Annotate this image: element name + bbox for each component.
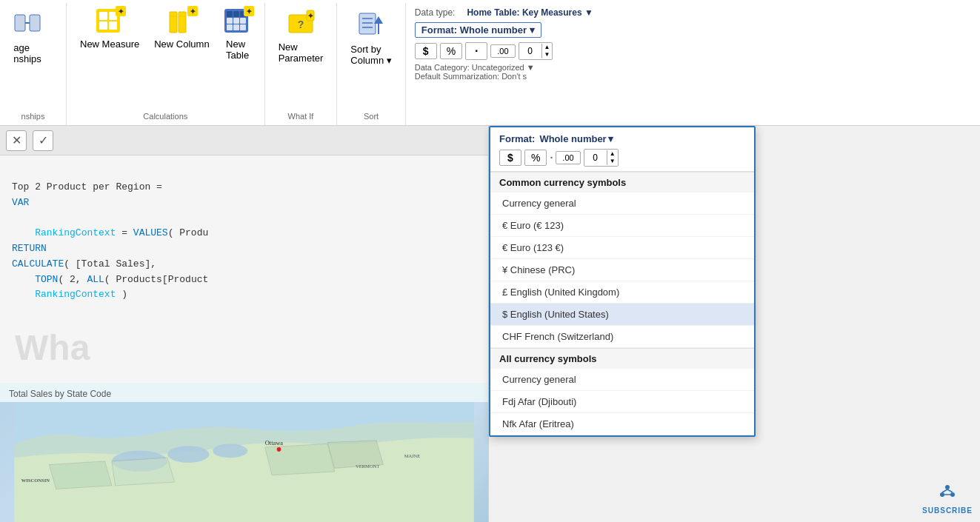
- subscribe-badge: SUBSCRIBE: [922, 483, 973, 515]
- all-general-label: Currency general: [502, 374, 576, 385]
- fdj-afar-item[interactable]: Fdj Afar (Djibouti): [490, 391, 754, 413]
- formula-paren1: ( Produ: [168, 227, 209, 238]
- whatif-section-label: What If: [265, 112, 337, 121]
- euro-prefix-label: € Euro (€ 123): [502, 220, 564, 231]
- new-parameter-button[interactable]: ? ✦ NewParameter: [271, 6, 331, 81]
- euro-suffix-item[interactable]: € Euro (123 €): [490, 237, 754, 259]
- formula-values: VALUES: [133, 227, 168, 238]
- home-table-dropdown[interactable]: Home Table: Key Measures ▼: [467, 7, 593, 18]
- map-area: Total Sales by State Code: [0, 383, 488, 522]
- sort-by-column-icon: [356, 9, 386, 41]
- new-column-icon: ✦: [168, 9, 195, 36]
- formula-rankingcontext2: RankingContext: [35, 289, 116, 300]
- svg-point-26: [945, 485, 950, 489]
- dollar-format-button[interactable]: $: [415, 43, 437, 59]
- svg-point-19: [167, 446, 209, 463]
- decimal-value-input[interactable]: 0: [519, 46, 541, 56]
- dropdown-decimal-input[interactable]: [584, 153, 607, 163]
- new-table-button[interactable]: ✦ NewTable: [217, 6, 259, 78]
- svg-text:Ottawa: Ottawa: [265, 439, 284, 446]
- uk-item[interactable]: £ English (United Kingdom): [490, 281, 754, 304]
- formula-editor[interactable]: Top 2 Product per Region = VAR RankingCo…: [0, 155, 488, 312]
- decimal-spinner[interactable]: 0 ▲ ▼: [519, 42, 553, 60]
- dropdown-spinner-down[interactable]: ▼: [607, 158, 618, 165]
- formula-space1: [12, 227, 35, 238]
- svg-text:MAINE: MAINE: [404, 453, 421, 458]
- percent-format-button[interactable]: %: [440, 43, 462, 59]
- swiss-item[interactable]: CHF French (Switzerland): [490, 326, 754, 348]
- dropdown-dollar-btn[interactable]: $: [499, 150, 521, 166]
- sort-section-label: Sort: [337, 112, 404, 121]
- nfk-afar-item[interactable]: Nfk Afar (Eritrea): [490, 413, 754, 435]
- confirm-formula-button[interactable]: ✓: [33, 130, 53, 151]
- dropdown-format-label: Format:: [499, 133, 535, 144]
- ribbon-section-relationships: agenships nships: [0, 3, 67, 125]
- spinner-up[interactable]: ▲: [542, 44, 553, 51]
- svg-point-21: [277, 447, 281, 452]
- dot-format-button[interactable]: ·: [465, 42, 487, 60]
- data-type-label: Data type:: [415, 7, 456, 18]
- relationships-icon: [13, 9, 41, 39]
- subscribe-text: SUBSCRIBE: [922, 506, 973, 515]
- new-parameter-icon: ? ✦: [286, 9, 316, 39]
- svg-rect-11: [359, 13, 376, 34]
- dropdown-spinner-controls[interactable]: ▲ ▼: [607, 150, 618, 165]
- default-summarization-label: Default Summarization: Don't s: [415, 72, 527, 81]
- spinner-down[interactable]: ▼: [542, 51, 553, 58]
- sort-by-column-button[interactable]: Sort byColumn ▾: [343, 6, 399, 84]
- nfk-afar-label: Nfk Afar (Eritrea): [502, 418, 574, 429]
- svg-rect-1: [30, 15, 40, 31]
- all-general-item[interactable]: Currency general: [490, 369, 754, 391]
- formula-title: Top 2 Product per Region =: [12, 181, 168, 193]
- formula-topnargs: ( 2,: [58, 274, 87, 285]
- dropdown-header: Format: Whole number ▾ $ % · .00 ▲ ▼: [490, 127, 754, 172]
- formula-closeparen: ): [116, 289, 127, 300]
- ribbon-section-calculations: ✦ New Measure ✦ New Column: [67, 3, 265, 125]
- new-measure-button[interactable]: ✦ New Measure: [73, 6, 147, 67]
- chinese-item[interactable]: ¥ Chinese (PRC): [490, 259, 754, 281]
- new-column-button[interactable]: ✦ New Column: [147, 6, 216, 67]
- fdj-afar-label: Fdj Afar (Djibouti): [502, 396, 576, 407]
- euro-suffix-label: € Euro (123 €): [502, 242, 564, 253]
- currency-general-item[interactable]: Currency general: [490, 193, 754, 215]
- formula-eq: =: [116, 227, 133, 238]
- map-title: Total Sales by State Code: [0, 383, 488, 402]
- svg-text:WISCONSIN: WISCONSIN: [21, 478, 50, 483]
- dropdown-format-selector[interactable]: Whole number ▾: [539, 133, 613, 144]
- svg-text:?: ?: [298, 19, 304, 30]
- common-section-header-text: Common currency symbols: [499, 177, 626, 188]
- ribbon-section-whatif: ? ✦ NewParameter What If: [265, 3, 338, 125]
- format-label-text: Format: Whole number: [421, 24, 527, 36]
- formula-all: ALL: [87, 274, 104, 285]
- uk-label: £ English (United Kingdom): [502, 287, 619, 298]
- formula-calculate: CALCULATE: [12, 258, 64, 270]
- dropdown-spinner-up[interactable]: ▲: [607, 150, 618, 158]
- new-measure-label: New Measure: [80, 39, 139, 50]
- cancel-formula-button[interactable]: ✕: [6, 130, 27, 151]
- formula-rankingcontext: RankingContext: [35, 227, 116, 238]
- dropdown-decimal-spinner[interactable]: ▲ ▼: [584, 149, 619, 167]
- svg-rect-3: [170, 12, 177, 33]
- dropdown-decimal-btn[interactable]: .00: [556, 151, 580, 164]
- new-measure-icon: ✦: [96, 9, 123, 36]
- all-currency-header: All currency symbols: [490, 348, 754, 369]
- sort-by-column-label: Sort byColumn ▾: [350, 44, 391, 66]
- large-text-area: Wha: [0, 312, 488, 383]
- large-text: Wha: [15, 328, 90, 367]
- us-item[interactable]: $ English (United States): [490, 304, 754, 326]
- map-visual: Ottawa WISCONSIN MAINE VERMONT: [0, 402, 488, 522]
- dropdown-format-row: Format: Whole number ▾: [499, 133, 745, 144]
- ribbon-section-sort: Sort byColumn ▾ Sort: [337, 3, 405, 125]
- relationships-section-label: nships: [0, 112, 66, 121]
- editor-panel: ✕ ✓ Top 2 Product per Region = VAR Ranki…: [0, 126, 489, 522]
- new-table-label: NewTable: [226, 39, 249, 61]
- spinner-controls[interactable]: ▲ ▼: [541, 44, 553, 58]
- editor-toolbar: ✕ ✓: [0, 126, 488, 155]
- dropdown-percent-btn[interactable]: %: [524, 150, 547, 166]
- euro-prefix-item[interactable]: € Euro (€ 123): [490, 215, 754, 237]
- decimal-format-button[interactable]: .00: [490, 44, 515, 58]
- svg-rect-4: [179, 12, 186, 33]
- common-currency-header: Common currency symbols: [490, 172, 754, 193]
- relationships-button[interactable]: agenships: [6, 6, 49, 82]
- format-whole-number-dropdown[interactable]: Format: Whole number ▾: [415, 22, 541, 38]
